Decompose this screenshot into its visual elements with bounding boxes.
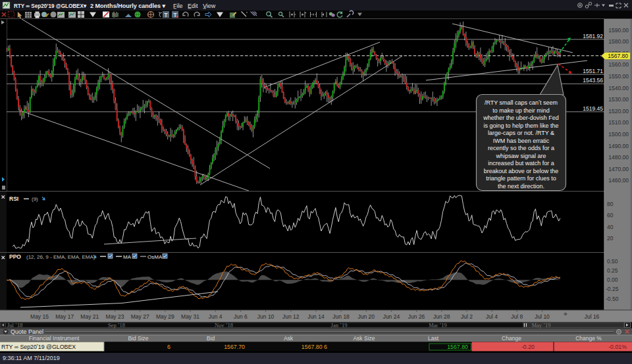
svg-text:May 21: May 21 — [80, 313, 99, 320]
svg-text:-0.20: -0.20 — [521, 344, 535, 350]
svg-text:to make up their mind: to make up their mind — [492, 107, 550, 114]
svg-text:Jul 16: Jul 16 — [585, 313, 600, 320]
svg-text:2 Months/Hourly candles ▾: 2 Months/Hourly candles ▾ — [90, 3, 165, 9]
svg-text:1519.45: 1519.45 — [583, 105, 603, 112]
svg-text:the next direction.: the next direction. — [498, 183, 544, 190]
svg-text:May 27: May 27 — [131, 313, 149, 320]
svg-text:1460.00: 1460.00 — [608, 177, 629, 184]
svg-text:9:36:11 AM 7/11/2019: 9:36:11 AM 7/11/2019 — [3, 355, 60, 361]
svg-text:1530.00: 1530.00 — [608, 96, 629, 103]
svg-text:/RTY small caps canʼt seem: /RTY small caps canʼt seem — [485, 99, 558, 106]
svg-text:Ask Size: Ask Size — [353, 335, 375, 342]
svg-text:Jun 18: Jun 18 — [332, 313, 350, 320]
svg-text:Bid Size: Bid Size — [128, 335, 148, 342]
svg-text:Jun 28: Jun 28 — [433, 313, 450, 320]
svg-text:MA: MA — [123, 254, 132, 260]
svg-text:Change %: Change % — [575, 335, 602, 342]
svg-text:1551.71: 1551.71 — [583, 68, 603, 74]
svg-text:0.50: 0.50 — [607, 258, 618, 265]
svg-text:Last: Last — [428, 335, 439, 342]
svg-text:Change: Change — [502, 335, 521, 342]
svg-text:PPO: PPO — [9, 253, 21, 260]
svg-text:whipsaw signal are: whipsaw signal are — [495, 153, 546, 159]
svg-text:-0.01%: -0.01% — [608, 344, 627, 350]
svg-text:Jun 26: Jun 26 — [408, 313, 425, 320]
svg-text:60: 60 — [607, 212, 614, 219]
svg-text:Ask: Ask — [284, 335, 294, 342]
svg-text:OsMA: OsMA — [147, 254, 163, 260]
svg-text:Jun 6: Jun 6 — [234, 313, 248, 320]
svg-text:Financial Instrument: Financial Instrument — [29, 335, 80, 342]
svg-text:Mar ʼ19: Mar ʼ19 — [429, 322, 447, 328]
svg-text:recently so the odds for a: recently so the odds for a — [488, 145, 554, 151]
svg-text:RTY ∞ Sep20ʼ19 @GLOBEX: RTY ∞ Sep20ʼ19 @GLOBEX — [1, 344, 76, 350]
svg-text:Sep ʼ18: Sep ʼ18 — [108, 322, 125, 328]
svg-text:Jun 4: Jun 4 — [209, 313, 223, 320]
svg-text:1500.00: 1500.00 — [608, 131, 629, 138]
svg-text:6: 6 — [167, 344, 171, 350]
svg-text:RSI: RSI — [9, 195, 18, 202]
svg-text:Jul 10: Jul 10 — [535, 313, 550, 320]
svg-text:May 31: May 31 — [181, 313, 199, 320]
svg-text:1510.00: 1510.00 — [608, 119, 629, 126]
svg-text:1567.80 6: 1567.80 6 — [302, 344, 327, 350]
svg-text:1470.00: 1470.00 — [608, 166, 629, 172]
svg-text:May 15: May 15 — [30, 313, 49, 320]
svg-text:Jul ʼ18: Jul ʼ18 — [7, 322, 22, 328]
svg-text:-0.50: -0.50 — [606, 296, 619, 302]
svg-text:Jul 2: Jul 2 — [461, 313, 473, 320]
svg-text:1550.00: 1550.00 — [608, 73, 629, 80]
svg-text:increased but watch for a: increased but watch for a — [488, 160, 554, 167]
svg-text:Jan ʼ19: Jan ʼ19 — [331, 322, 348, 328]
svg-text:triangle pattern for clues to: triangle pattern for clues to — [486, 175, 556, 182]
svg-text:1480.00: 1480.00 — [608, 154, 629, 161]
svg-text:Jun 20: Jun 20 — [358, 313, 375, 320]
svg-text:(12, 26, 9 - EMA, EMA, EMA): (12, 26, 9 - EMA, EMA, EMA) — [26, 254, 95, 260]
svg-text:is going to help them like the: is going to help them like the — [483, 122, 558, 129]
svg-text:IWM has been erratic: IWM has been erratic — [493, 138, 550, 144]
svg-text:T: T — [164, 12, 168, 18]
svg-text:Jun 24: Jun 24 — [383, 313, 400, 320]
svg-text:Jul 4: Jul 4 — [486, 313, 498, 320]
svg-text:whether the uber-dovish Fed: whether the uber-dovish Fed — [483, 115, 559, 121]
svg-text:1560.00: 1560.00 — [608, 61, 629, 68]
svg-text:Jun 10: Jun 10 — [257, 313, 275, 320]
svg-text:File: File — [173, 3, 183, 9]
svg-text:Jun 12: Jun 12 — [282, 313, 300, 320]
svg-text:40: 40 — [607, 224, 614, 230]
svg-text:Bid: Bid — [207, 335, 215, 342]
svg-text:(9): (9) — [32, 196, 38, 202]
svg-text:1567.80: 1567.80 — [447, 344, 468, 350]
svg-text:Jul 8: Jul 8 — [511, 313, 523, 320]
svg-text:1567.80: 1567.80 — [608, 53, 628, 59]
svg-text:May 29: May 29 — [156, 313, 174, 320]
svg-text:20: 20 — [607, 235, 614, 242]
svg-text:1540.00: 1540.00 — [608, 85, 629, 91]
svg-text:1520.00: 1520.00 — [608, 108, 629, 115]
svg-text:1490.00: 1490.00 — [608, 143, 629, 149]
svg-text:large-caps or not. /RTY &: large-caps or not. /RTY & — [488, 130, 554, 136]
svg-text:1590.00: 1590.00 — [608, 27, 629, 34]
svg-text:0.25: 0.25 — [607, 267, 618, 274]
svg-text:1567.70: 1567.70 — [224, 344, 245, 350]
svg-text:breakout above or below the: breakout above or below the — [484, 168, 559, 174]
svg-text:1580.00: 1580.00 — [608, 38, 629, 45]
svg-text:1581.92: 1581.92 — [583, 33, 603, 39]
svg-text:Quote Panel: Quote Panel — [11, 328, 43, 335]
svg-text:May 17: May 17 — [55, 313, 74, 320]
svg-text:May ʼ19: May ʼ19 — [531, 322, 550, 328]
svg-text:View: View — [203, 3, 216, 9]
svg-text:80: 80 — [607, 201, 614, 207]
svg-text:0.00: 0.00 — [607, 276, 618, 283]
svg-text:RTY ∞ Sep20ʼ19 @GLOBEX▾: RTY ∞ Sep20ʼ19 @GLOBEX▾ — [14, 3, 86, 9]
svg-text:-0.25: -0.25 — [606, 286, 619, 292]
svg-text:1543.56: 1543.56 — [583, 77, 603, 84]
svg-text:Nov ʼ18: Nov ʼ18 — [215, 322, 233, 328]
svg-text:May 23: May 23 — [106, 313, 124, 320]
svg-text:Jun 14: Jun 14 — [307, 313, 325, 320]
svg-text:Edit: Edit — [188, 3, 198, 9]
